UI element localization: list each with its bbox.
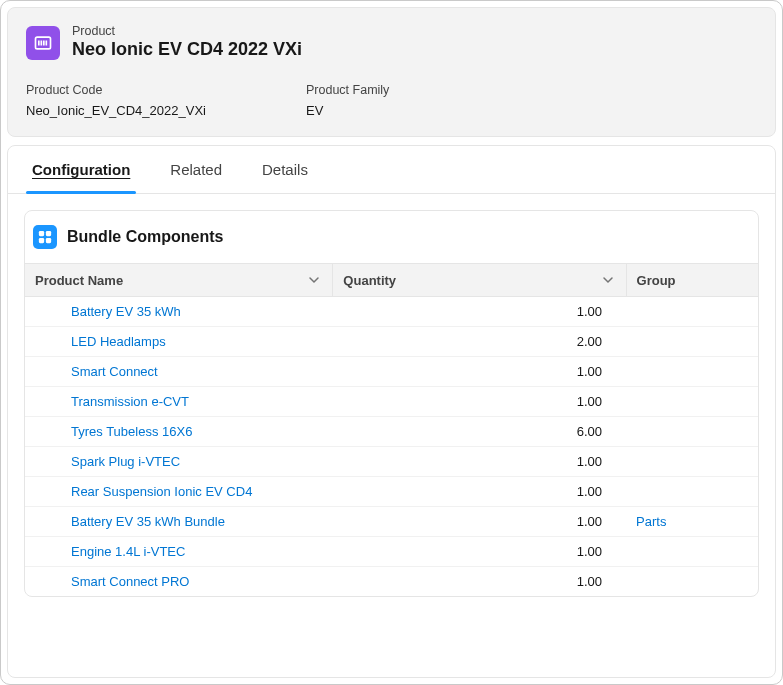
chevron-down-icon (600, 272, 616, 288)
column-label: Group (637, 273, 676, 288)
panel-header: Bundle Components (25, 211, 758, 263)
tab-label: Details (262, 161, 308, 178)
group-cell (626, 297, 758, 327)
tab-related[interactable]: Related (170, 146, 222, 193)
product-link[interactable]: Battery EV 35 kWh Bundle (71, 514, 225, 529)
quantity-cell: 1.00 (333, 507, 626, 537)
quantity-cell: 1.00 (333, 387, 626, 417)
table-header-row: Product Name Quantity (25, 264, 758, 297)
product-name-cell: Spark Plug i-VTEC (25, 447, 333, 477)
group-link[interactable]: Parts (636, 514, 666, 529)
product-link[interactable]: Rear Suspension Ionic EV CD4 (71, 484, 252, 499)
record-title: Neo Ionic EV CD4 2022 VXi (72, 38, 302, 61)
product-name-cell: Smart Connect (25, 357, 333, 387)
group-cell (626, 537, 758, 567)
group-cell (626, 567, 758, 597)
group-cell (626, 387, 758, 417)
header-top: Product Neo Ionic EV CD4 2022 VXi (26, 24, 757, 61)
svg-rect-8 (46, 238, 51, 243)
product-link[interactable]: Smart Connect PRO (71, 574, 190, 589)
field-value: Neo_Ionic_EV_CD4_2022_VXi (26, 103, 246, 118)
table-row: Rear Suspension Ionic EV CD41.00 (25, 477, 758, 507)
header-fields: Product Code Neo_Ionic_EV_CD4_2022_VXi P… (26, 83, 757, 118)
table-row: Smart Connect PRO1.00 (25, 567, 758, 597)
product-icon (26, 26, 60, 60)
panel-title: Bundle Components (67, 228, 223, 246)
table-row: Spark Plug i-VTEC1.00 (25, 447, 758, 477)
product-link[interactable]: Tyres Tubeless 16X6 (71, 424, 192, 439)
field-label: Product Family (306, 83, 526, 97)
product-name-cell: Transmission e-CVT (25, 387, 333, 417)
field-value: EV (306, 103, 526, 118)
product-name-cell: Engine 1.4L i-VTEC (25, 537, 333, 567)
tab-label: Related (170, 161, 222, 178)
tabs-bar: Configuration Related Details (8, 146, 775, 194)
field-product-code: Product Code Neo_Ionic_EV_CD4_2022_VXi (26, 83, 246, 118)
group-cell (626, 327, 758, 357)
bundle-components-table: Product Name Quantity (25, 263, 758, 596)
column-header-quantity[interactable]: Quantity (333, 264, 626, 297)
table-row: Smart Connect1.00 (25, 357, 758, 387)
svg-rect-7 (39, 238, 44, 243)
column-header-group[interactable]: Group (626, 264, 758, 297)
product-name-cell: Rear Suspension Ionic EV CD4 (25, 477, 333, 507)
table-row: Battery EV 35 kWh1.00 (25, 297, 758, 327)
bundle-components-panel: Bundle Components Product Name (24, 210, 759, 597)
tab-label: Configuration (32, 161, 130, 178)
quantity-cell: 1.00 (333, 477, 626, 507)
table-row: Transmission e-CVT1.00 (25, 387, 758, 417)
column-header-product-name[interactable]: Product Name (25, 264, 333, 297)
tab-configuration[interactable]: Configuration (32, 146, 130, 193)
record-header: Product Neo Ionic EV CD4 2022 VXi Produc… (7, 7, 776, 137)
product-link[interactable]: Smart Connect (71, 364, 158, 379)
table-row: Engine 1.4L i-VTEC1.00 (25, 537, 758, 567)
group-cell (626, 477, 758, 507)
quantity-cell: 6.00 (333, 417, 626, 447)
field-label: Product Code (26, 83, 246, 97)
product-name-cell: LED Headlamps (25, 327, 333, 357)
svg-rect-5 (39, 231, 44, 236)
field-product-family: Product Family EV (306, 83, 526, 118)
quantity-cell: 1.00 (333, 447, 626, 477)
header-labels: Product Neo Ionic EV CD4 2022 VXi (72, 24, 302, 61)
group-cell (626, 417, 758, 447)
column-label: Product Name (35, 273, 123, 288)
group-cell (626, 447, 758, 477)
quantity-cell: 1.00 (333, 567, 626, 597)
product-link[interactable]: Spark Plug i-VTEC (71, 454, 180, 469)
quantity-cell: 1.00 (333, 357, 626, 387)
record-page: Product Neo Ionic EV CD4 2022 VXi Produc… (0, 0, 783, 685)
quantity-cell: 1.00 (333, 297, 626, 327)
tabs-card: Configuration Related Details Bundle Com… (7, 145, 776, 678)
chevron-down-icon (306, 272, 322, 288)
table-row: LED Headlamps2.00 (25, 327, 758, 357)
group-cell (626, 357, 758, 387)
product-link[interactable]: Transmission e-CVT (71, 394, 189, 409)
quantity-cell: 2.00 (333, 327, 626, 357)
table-row: Tyres Tubeless 16X66.00 (25, 417, 758, 447)
tab-details[interactable]: Details (262, 146, 308, 193)
product-link[interactable]: Engine 1.4L i-VTEC (71, 544, 185, 559)
product-link[interactable]: LED Headlamps (71, 334, 166, 349)
page-inner: Product Neo Ionic EV CD4 2022 VXi Produc… (7, 7, 776, 678)
product-name-cell: Tyres Tubeless 16X6 (25, 417, 333, 447)
group-cell: Parts (626, 507, 758, 537)
record-type-label: Product (72, 24, 302, 38)
column-label: Quantity (343, 273, 396, 288)
product-name-cell: Smart Connect PRO (25, 567, 333, 597)
product-link[interactable]: Battery EV 35 kWh (71, 304, 181, 319)
quantity-cell: 1.00 (333, 537, 626, 567)
table-row: Battery EV 35 kWh Bundle1.00Parts (25, 507, 758, 537)
bundle-icon (33, 225, 57, 249)
product-name-cell: Battery EV 35 kWh Bundle (25, 507, 333, 537)
product-name-cell: Battery EV 35 kWh (25, 297, 333, 327)
svg-rect-6 (46, 231, 51, 236)
